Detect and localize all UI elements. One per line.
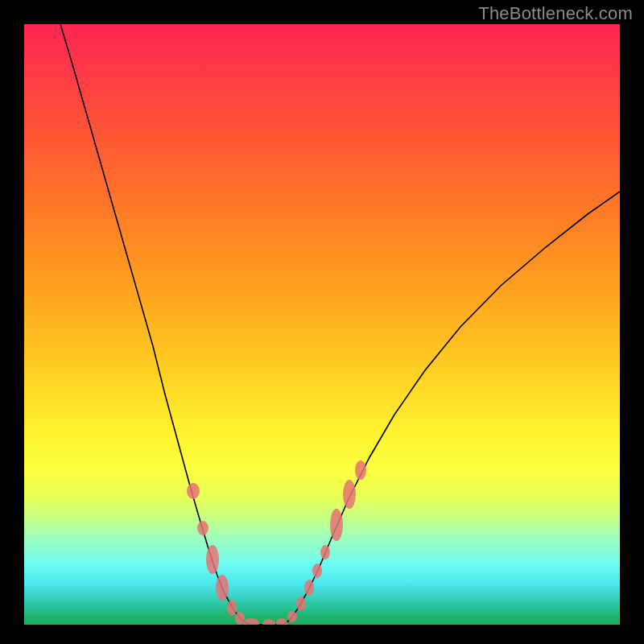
curve-marker bbox=[320, 545, 330, 559]
curve-marker bbox=[243, 618, 259, 625]
watermark-text: TheBottleneck.com bbox=[478, 3, 633, 24]
curve-marker bbox=[276, 618, 287, 625]
curve-marker bbox=[187, 483, 200, 499]
curve-marker bbox=[330, 509, 343, 541]
chart-stage: TheBottleneck.com bbox=[0, 0, 644, 644]
curve-marker bbox=[262, 619, 275, 625]
curve-marker bbox=[296, 597, 306, 611]
plot-area bbox=[24, 24, 620, 625]
curve-marker bbox=[343, 480, 356, 509]
curve-marker bbox=[304, 580, 314, 596]
curve-layer bbox=[24, 24, 620, 625]
curve-marker bbox=[216, 575, 229, 601]
curve-marker bbox=[206, 545, 219, 574]
curve-marker bbox=[227, 600, 237, 616]
curve-marker bbox=[287, 611, 297, 622]
curve-marker bbox=[197, 521, 208, 535]
curve-marker bbox=[355, 460, 366, 480]
curve-marker bbox=[312, 564, 322, 578]
curve-markers bbox=[187, 460, 366, 625]
